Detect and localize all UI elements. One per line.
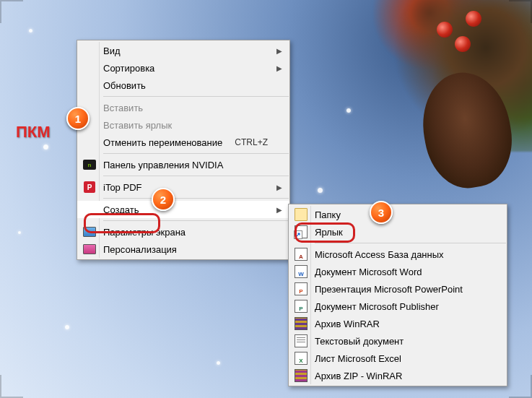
menu-item-label: iTop PDF [103,182,268,193]
excel-file-icon: X [295,352,308,365]
snow-dot [18,231,21,234]
folder-icon [295,208,308,221]
menu-item-label: Создать [103,204,268,215]
snow-dot [65,325,69,329]
menu-item-label: Текстовый документ [315,336,485,347]
menu-item-personalize[interactable]: Персонализация [77,241,289,258]
submenu-item-excel[interactable]: X Лист Microsoft Excel [289,350,507,367]
menu-separator [103,96,289,97]
menu-item-label: Вставить ярлык [103,120,268,131]
submenu-item-folder[interactable]: Папку [289,206,507,223]
menu-item-nvidia[interactable]: n Панель управления NVIDIA [77,156,289,173]
crop-mark [0,375,23,398]
rar-file-icon [295,317,308,330]
snow-dot [318,188,323,193]
publisher-file-icon: P [295,300,308,313]
word-file-icon: W [295,265,308,278]
personalize-icon [83,243,96,256]
menu-item-label: Архив WinRAR [315,319,485,329]
snow-dot [217,361,220,365]
menu-item-label: Папку [315,209,485,220]
menu-item-label: Отменить переименование [103,137,235,148]
menu-item-refresh[interactable]: Обновить [77,77,289,94]
itop-pdf-icon: P [83,181,96,194]
menu-item-paste: Вставить [77,99,289,116]
menu-item-label: Панель управления NVIDIA [103,160,268,170]
menu-separator [103,198,289,199]
pkm-annotation-label: ПКМ [16,123,51,142]
submenu-item-txt[interactable]: Текстовый документ [289,332,507,350]
menu-item-shortcut: CTRL+Z [235,137,268,147]
menu-item-paste-shortcut: Вставить ярлык [77,116,289,134]
callout-2: 2 [152,188,175,211]
desktop-context-menu: Вид ▶ Сортировка ▶ Обновить Вставить Вст… [77,40,290,260]
menu-item-label: Персонализация [103,244,268,255]
submenu-item-rar[interactable]: Архив WinRAR [289,315,507,332]
submenu-item-access[interactable]: A Microsoft Access База данных [289,246,507,263]
callout-3: 3 [370,201,393,224]
snow-dot [346,108,351,113]
menu-item-label: Презентация Microsoft PowerPoint [315,284,485,295]
create-submenu: Папку Ярлык A Microsoft Access База данн… [288,204,507,386]
wallpaper-decor-berry [466,11,481,27]
zip-file-icon [295,369,308,382]
menu-item-view[interactable]: Вид ▶ [77,42,289,59]
submenu-item-word[interactable]: W Документ Microsoft Word [289,263,507,280]
menu-item-undo-rename[interactable]: Отменить переименование CTRL+Z [77,134,289,151]
menu-item-label: Документ Microsoft Word [315,267,485,277]
access-file-icon: A [295,248,308,261]
crop-mark [509,375,532,398]
submenu-item-zip[interactable]: Архив ZIP - WinRAR [289,367,507,384]
menu-item-itop-pdf[interactable]: P iTop PDF ▶ [77,178,289,196]
submenu-arrow-icon: ▶ [276,183,282,191]
menu-separator [103,153,289,154]
menu-item-create[interactable]: Создать ▶ [77,201,289,218]
menu-item-display-settings[interactable]: Параметры экрана [77,223,289,241]
menu-separator [103,220,289,221]
menu-item-label: Архив ZIP - WinRAR [315,371,485,381]
menu-item-label: Microsoft Access База данных [315,249,485,260]
menu-item-sort[interactable]: Сортировка ▶ [77,59,289,77]
menu-item-label: Ярлык [315,227,485,238]
menu-item-label: Документ Microsoft Publisher [315,301,485,312]
submenu-arrow-icon: ▶ [276,206,282,214]
menu-item-label: Параметры экрана [103,227,268,238]
powerpoint-file-icon: P [295,282,308,295]
wallpaper-decor-berry [437,22,453,38]
menu-separator [103,176,289,176]
snow-dot [43,144,48,150]
callout-1: 1 [66,107,90,130]
shortcut-icon [295,225,308,238]
display-settings-icon [83,225,96,238]
wallpaper-decor-berry [455,36,471,52]
submenu-item-publisher[interactable]: P Документ Microsoft Publisher [289,298,507,315]
submenu-arrow-icon: ▶ [276,47,282,55]
menu-item-label: Сортировка [103,63,268,74]
crop-mark [0,0,23,23]
menu-item-label: Вид [103,46,268,56]
submenu-item-powerpoint[interactable]: P Презентация Microsoft PowerPoint [289,280,507,298]
snow-dot [29,29,32,33]
menu-item-label: Обновить [103,80,268,91]
text-file-icon [295,334,308,347]
submenu-arrow-icon: ▶ [276,64,282,72]
crop-mark [509,0,532,23]
menu-item-label: Вставить [103,103,268,113]
menu-separator [315,243,506,243]
menu-item-label: Лист Microsoft Excel [315,353,485,364]
nvidia-icon: n [83,158,96,171]
submenu-item-shortcut[interactable]: Ярлык [289,223,507,241]
